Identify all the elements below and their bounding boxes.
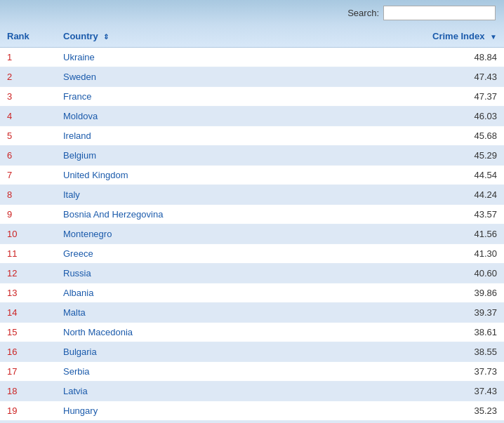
- country-cell: Italy: [56, 185, 330, 205]
- table-row: 14Malta39.37: [0, 303, 504, 323]
- rank-cell: 3: [0, 87, 56, 107]
- country-cell: Albania: [56, 283, 330, 303]
- table-row: 3France47.37: [0, 87, 504, 107]
- crime-index-cell: 38.61: [330, 323, 504, 342]
- crime-index-cell: 45.29: [330, 146, 504, 166]
- crime-index-cell: 41.30: [330, 244, 504, 264]
- rank-cell: 12: [0, 264, 56, 283]
- crime-index-cell: 43.57: [330, 205, 504, 224]
- crime-index-cell: 44.54: [330, 166, 504, 185]
- crime-index-cell: 35.14: [330, 421, 504, 424]
- country-cell: Russia: [56, 264, 330, 283]
- country-cell: Hungary: [56, 401, 330, 421]
- rank-cell: 13: [0, 283, 56, 303]
- table-row: 15North Macedonia38.61: [0, 323, 504, 342]
- table-row: 12Russia40.60: [0, 264, 504, 283]
- crime-index-cell: 47.37: [330, 87, 504, 107]
- rank-cell: 8: [0, 185, 56, 205]
- country-cell: Bulgaria: [56, 342, 330, 362]
- top-bar: Search:: [0, 0, 504, 25]
- rank-cell: 15: [0, 323, 56, 342]
- country-cell: Bosnia And Herzegovina: [56, 205, 330, 224]
- crime-index-cell: 35.23: [330, 401, 504, 421]
- country-cell: Greece: [56, 244, 330, 264]
- crime-index-cell: 48.84: [330, 48, 504, 67]
- table-row: 20Germany35.14: [0, 421, 504, 424]
- crime-index-column-header[interactable]: Crime Index ▼: [330, 25, 504, 48]
- table-row: 17Serbia37.73: [0, 362, 504, 382]
- table-row: 11Greece41.30: [0, 244, 504, 264]
- rank-cell: 17: [0, 362, 56, 382]
- country-cell: Ukraine: [56, 48, 330, 67]
- crime-index-cell: 37.73: [330, 362, 504, 382]
- sort-desc-icon: ▼: [490, 33, 497, 41]
- rank-cell: 20: [0, 421, 56, 424]
- table-row: 4Moldova46.03: [0, 107, 504, 126]
- table-row: 18Latvia37.43: [0, 382, 504, 401]
- table-row: 1Ukraine48.84: [0, 48, 504, 67]
- table-row: 10Montenegro41.56: [0, 224, 504, 244]
- table-row: 13Albania39.86: [0, 283, 504, 303]
- country-cell: Latvia: [56, 382, 330, 401]
- table-row: 7United Kingdom44.54: [0, 166, 504, 185]
- rank-cell: 9: [0, 205, 56, 224]
- crime-index-cell: 45.68: [330, 126, 504, 146]
- country-cell: Belgium: [56, 146, 330, 166]
- country-cell: North Macedonia: [56, 323, 330, 342]
- country-cell: Moldova: [56, 107, 330, 126]
- country-cell: Montenegro: [56, 224, 330, 244]
- rank-cell: 1: [0, 48, 56, 67]
- search-label: Search:: [347, 8, 379, 18]
- table-row: 6Belgium45.29: [0, 146, 504, 166]
- search-input[interactable]: [383, 6, 496, 20]
- crime-index-cell: 47.43: [330, 67, 504, 87]
- rank-cell: 14: [0, 303, 56, 323]
- crime-index-cell: 38.55: [330, 342, 504, 362]
- country-cell: Ireland: [56, 126, 330, 146]
- country-column-header[interactable]: Country ⇕: [56, 25, 330, 48]
- rank-cell: 18: [0, 382, 56, 401]
- table-row: 8Italy44.24: [0, 185, 504, 205]
- table-row: 16Bulgaria38.55: [0, 342, 504, 362]
- rank-cell: 4: [0, 107, 56, 126]
- crime-index-cell: 40.60: [330, 264, 504, 283]
- country-cell: Sweden: [56, 67, 330, 87]
- table-row: 9Bosnia And Herzegovina43.57: [0, 205, 504, 224]
- country-cell: United Kingdom: [56, 166, 330, 185]
- sort-icon: ⇕: [103, 33, 109, 41]
- country-cell: France: [56, 87, 330, 107]
- crime-index-cell: 39.86: [330, 283, 504, 303]
- table-header-row: Rank Country ⇕ Crime Index ▼: [0, 25, 504, 48]
- crime-index-cell: 37.43: [330, 382, 504, 401]
- crime-index-cell: 46.03: [330, 107, 504, 126]
- table-row: 5Ireland45.68: [0, 126, 504, 146]
- country-cell: Serbia: [56, 362, 330, 382]
- rank-cell: 16: [0, 342, 56, 362]
- table-row: 2Sweden47.43: [0, 67, 504, 87]
- rank-cell: 2: [0, 67, 56, 87]
- table-body: 1Ukraine48.842Sweden47.433France47.374Mo…: [0, 48, 504, 424]
- crime-index-cell: 41.56: [330, 224, 504, 244]
- rank-cell: 11: [0, 244, 56, 264]
- crime-index-cell: 39.37: [330, 303, 504, 323]
- rank-cell: 6: [0, 146, 56, 166]
- country-cell: Malta: [56, 303, 330, 323]
- table-row: 19Hungary35.23: [0, 401, 504, 421]
- rank-cell: 5: [0, 126, 56, 146]
- crime-index-cell: 44.24: [330, 185, 504, 205]
- rank-cell: 10: [0, 224, 56, 244]
- country-cell: Germany: [56, 421, 330, 424]
- data-table: Rank Country ⇕ Crime Index ▼ 1Ukraine48.…: [0, 25, 504, 423]
- rank-cell: 19: [0, 401, 56, 421]
- rank-column-header: Rank: [0, 25, 56, 48]
- rank-cell: 7: [0, 166, 56, 185]
